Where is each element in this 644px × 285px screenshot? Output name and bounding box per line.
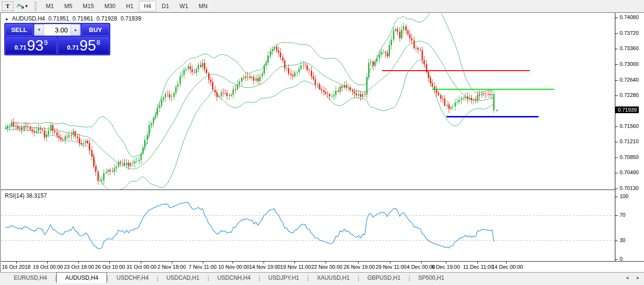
- rsi-tick: [615, 259, 618, 260]
- buy-price-button[interactable]: 0.71 95 8: [58, 37, 109, 54]
- rsi-tick: [615, 197, 618, 197]
- time-axis-label: 19 Nov 11:00: [280, 264, 311, 270]
- price-tick: [615, 173, 618, 173]
- chart-tab-xauusd[interactable]: XAUUSD,H1: [309, 273, 358, 283]
- time-axis-label: 14 Nov 19:00: [249, 264, 280, 270]
- down-arrow-icon: ▼: [37, 28, 41, 32]
- price-tick: [615, 49, 618, 49]
- price-tick: [615, 33, 618, 34]
- volume-increase-button[interactable]: ▲: [71, 24, 80, 35]
- pane-separator[interactable]: [1, 190, 644, 190]
- price-tick: [615, 127, 618, 127]
- time-axis-label: 10 Nov 00:00: [218, 264, 249, 270]
- time-tick: [421, 262, 422, 264]
- time-tick: [264, 262, 264, 264]
- ohlc-close: 0.71939: [120, 15, 141, 22]
- ohlc-high: 0.71961: [73, 15, 93, 22]
- price-axis[interactable]: 0.740800.737200.733600.730000.726400.722…: [615, 13, 644, 274]
- time-tick: [390, 262, 391, 264]
- sell-price-button[interactable]: 0.71 93 9: [5, 37, 57, 54]
- chart-tab-usdcnh[interactable]: USDCNH,H4: [209, 273, 259, 283]
- volume-decrease-button[interactable]: ▼: [34, 24, 44, 35]
- timeframe-button-mn[interactable]: MN: [194, 1, 212, 11]
- sell-button[interactable]: SELL: [5, 24, 33, 36]
- price-axis-label: 0.73000: [620, 61, 639, 67]
- time-axis-label: 14 Dec 00:00: [492, 264, 523, 270]
- buy-price-pip: 8: [96, 39, 100, 46]
- buy-button[interactable]: BUY: [82, 24, 109, 36]
- price-tick: [615, 189, 618, 189]
- cursor-arrows-button[interactable]: ▼: [15, 1, 30, 11]
- rsi-axis-label: 70: [620, 212, 625, 218]
- time-tick: [47, 262, 48, 264]
- double-arrow-icon: [16, 3, 24, 10]
- time-axis-label: 31 Oct 00:00: [127, 264, 157, 270]
- one-click-trade-panel: SELL ▼ ▲ BUY 0.71 93 9 0.71 95 8: [4, 23, 110, 55]
- price-tick: [615, 142, 618, 142]
- timeframe-button-m30[interactable]: M30: [100, 1, 120, 11]
- time-axis-label: 2 Nov 18:00: [158, 264, 186, 270]
- top-toolbar: T ▼ M1M5M15M30H1H4D1W1MN: [0, 0, 644, 12]
- price-axis-label: 0.73720: [620, 30, 639, 36]
- chart-tab-usdchf[interactable]: USDCHF,H4: [108, 273, 157, 283]
- price-axis-label: 0.71560: [620, 123, 639, 129]
- timeframe-button-d1[interactable]: D1: [157, 1, 174, 11]
- sell-price-pip: 9: [44, 39, 48, 46]
- time-tick: [477, 262, 478, 264]
- timeframe-button-m1[interactable]: M1: [41, 1, 59, 11]
- price-tick: [615, 158, 618, 158]
- rsi-indicator-pane[interactable]: [1, 190, 615, 261]
- timeframe-button-w1[interactable]: W1: [175, 1, 193, 11]
- chart-tab-gbpusd[interactable]: GBPUSD,H1: [359, 273, 408, 283]
- tab-scroll-right-button[interactable]: ►: [636, 275, 640, 280]
- chart-tab-audusd[interactable]: AUDUSD,H4: [56, 272, 106, 283]
- sell-price-prefix: 0.71: [14, 44, 26, 51]
- rsi-label: RSI(14) 38.3157: [5, 192, 47, 199]
- price-axis-label: 0.73360: [620, 45, 639, 51]
- timeframe-buttons: M1M5M15M30H1H4D1W1MN: [41, 0, 213, 12]
- text-tool-button[interactable]: T: [2, 1, 13, 11]
- chart-tab-usdjpy[interactable]: USDJPY,H1: [260, 273, 307, 283]
- symbol-title: AUDUSD,H4: [12, 15, 45, 22]
- price-axis-label: 0.72280: [620, 92, 639, 98]
- rsi-tick: [615, 215, 618, 216]
- ohlc-low: 0.71928: [96, 15, 117, 22]
- chart-tab-eurusd[interactable]: EURUSD,H4: [6, 273, 55, 283]
- time-tick: [109, 262, 110, 264]
- time-tick: [16, 262, 17, 264]
- timeframe-button-h1[interactable]: H1: [121, 1, 138, 11]
- price-tick: [615, 64, 618, 65]
- time-tick: [78, 262, 79, 264]
- volume-box: ▼ ▲: [34, 24, 81, 36]
- volume-input[interactable]: [44, 24, 71, 35]
- time-tick: [295, 262, 295, 264]
- price-axis-label: 0.70130: [620, 185, 639, 191]
- timeframe-button-m15[interactable]: M15: [78, 1, 98, 11]
- time-axis-label: 22 Nov 00:00: [311, 264, 342, 270]
- time-tick: [358, 262, 359, 264]
- time-axis-label: 4 Dec 00:00: [407, 264, 435, 270]
- time-tick: [232, 262, 233, 264]
- chart-tab-usdcad[interactable]: USDCAD,H1: [158, 273, 207, 283]
- text-tool-icon: T: [6, 2, 10, 10]
- time-axis-label: 23 Oct 18:00: [64, 264, 94, 270]
- rsi-tick: [615, 241, 618, 241]
- dropdown-caret-icon: ▼: [24, 4, 29, 9]
- tab-scroll-left-button[interactable]: ◄: [625, 275, 629, 280]
- price-tick: [615, 95, 618, 96]
- toolbar-grip[interactable]: [34, 2, 37, 11]
- time-axis-label: 26 Nov 19:00: [344, 264, 375, 270]
- timeframe-button-h4[interactable]: H4: [139, 1, 156, 11]
- price-axis-label: 0.70490: [620, 169, 639, 175]
- price-tick: [615, 18, 618, 18]
- time-axis[interactable]: 16 Oct 201819 Oct 00:0023 Oct 18:0026 Oc…: [1, 261, 644, 273]
- time-axis-label: 11 Dec 11:00: [463, 264, 494, 270]
- chart-window: ▲ AUDUSD,H4 0.71951 0.71961 0.71928 0.71…: [0, 12, 644, 272]
- current-price-tag: 0.71939: [615, 106, 639, 113]
- tab-scroll: ◄ ►: [625, 275, 640, 280]
- chart-tab-sp500[interactable]: SP500,H1: [410, 273, 453, 283]
- time-axis-label: 26 Oct 10:00: [95, 264, 125, 270]
- price-axis-label: 0.72640: [620, 77, 639, 83]
- timeframe-button-m5[interactable]: M5: [60, 1, 77, 11]
- symbol-marker-icon: ▲: [5, 17, 9, 21]
